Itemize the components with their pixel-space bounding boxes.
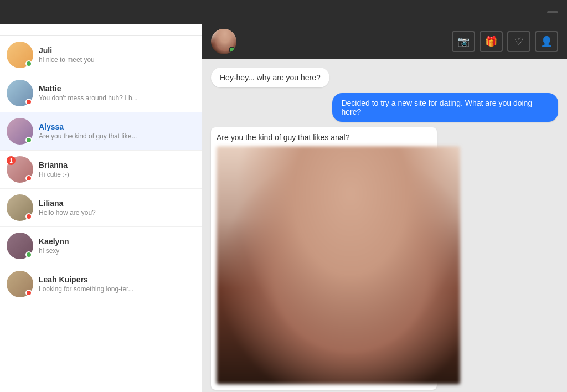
contact-item-juli[interactable]: Juli hi nice to meet you	[0, 36, 202, 74]
tabs-bar	[0, 24, 202, 36]
avatar-wrap-liliana	[7, 194, 33, 221]
contact-item-liliana[interactable]: Liliana Hello how are you?	[0, 189, 202, 227]
contact-preview-leah: Looking for something long-ter...	[39, 285, 195, 293]
avatar-wrap-juli	[7, 42, 33, 68]
contact-name-kaelynn: Kaelynn	[39, 237, 195, 246]
camera-button[interactable]: 📷	[452, 31, 475, 52]
contact-info-liliana: Liliana Hello how are you?	[39, 199, 195, 216]
contact-preview-kaelynn: hi sexy	[39, 247, 195, 255]
status-brianna	[25, 175, 32, 182]
message-image[interactable]	[217, 146, 460, 384]
contact-preview-juli: hi nice to meet you	[39, 56, 195, 64]
gift-button[interactable]: 🎁	[480, 31, 503, 52]
left-panel: Juli hi nice to meet you Mattie You don'…	[0, 24, 202, 392]
contact-item-leah[interactable]: Leah Kuipers Looking for something long-…	[0, 265, 202, 303]
badge-brianna: 1	[7, 156, 16, 165]
main-layout: Juli hi nice to meet you Mattie You don'…	[0, 24, 567, 392]
contact-name-liliana: Liliana	[39, 199, 195, 208]
contact-item-brianna[interactable]: 1 Brianna Hi cutie :-)	[0, 151, 202, 189]
bubble-m1: Hey-hey... why are you here?	[211, 68, 329, 87]
contact-name-leah: Leah Kuipers	[39, 275, 195, 284]
message-m2: Decided to try a new site for dating. Wh…	[332, 93, 558, 122]
image-message-text: Are you the kind of guy that likes anal?	[217, 133, 431, 142]
contact-item-kaelynn[interactable]: Kaelynn hi sexy	[0, 227, 202, 265]
chat-header: 📷 🎁 ♡ 👤	[202, 24, 567, 59]
avatar-wrap-leah	[7, 271, 33, 297]
contact-info-kaelynn: Kaelynn hi sexy	[39, 237, 195, 255]
app-header	[0, 0, 567, 24]
avatar-wrap-kaelynn	[7, 233, 33, 259]
contact-info-brianna: Brianna Hi cutie :-)	[39, 161, 195, 178]
contact-info-juli: Juli hi nice to meet you	[39, 46, 195, 64]
status-juli	[25, 60, 32, 67]
message-m3: Are you the kind of guy that likes anal?…	[211, 127, 437, 392]
bubble-m2: Decided to try a new site for dating. Wh…	[332, 93, 558, 122]
online-indicator	[229, 47, 235, 53]
contact-preview-liliana: Hello how are you?	[39, 209, 195, 216]
status-alyssa	[25, 137, 32, 143]
avatar-wrap-alyssa	[7, 118, 33, 145]
latest-filter[interactable]	[547, 11, 558, 13]
messages-area: Hey-hey... why are you here?Decided to t…	[202, 59, 567, 392]
contact-info-alyssa: Alyssa Are you the kind of guy that like…	[39, 122, 195, 140]
status-leah	[25, 290, 32, 296]
message-m1: Hey-hey... why are you here?	[211, 68, 329, 87]
image-message-wrap: Are you the kind of guy that likes anal?	[211, 127, 437, 390]
contact-preview-brianna: Hi cutie :-)	[39, 171, 195, 178]
contact-info-leah: Leah Kuipers Looking for something long-…	[39, 275, 195, 293]
right-panel: 📷 🎁 ♡ 👤 Hey-hey... why are you here?Deci…	[202, 24, 567, 392]
chat-actions: 📷 🎁 ♡ 👤	[452, 31, 558, 52]
heart-button[interactable]: ♡	[507, 31, 530, 52]
contact-info-mattie: Mattie You don't mess around huh? I h...	[39, 84, 195, 102]
contact-list: Juli hi nice to meet you Mattie You don'…	[0, 36, 202, 392]
status-kaelynn	[25, 251, 32, 258]
contact-name-mattie: Mattie	[39, 84, 195, 93]
contact-preview-mattie: You don't mess around huh? I h...	[39, 94, 195, 102]
contact-preview-alyssa: Are you the kind of guy that like...	[39, 132, 195, 140]
contact-name-alyssa: Alyssa	[39, 122, 195, 131]
contact-item-alyssa[interactable]: Alyssa Are you the kind of guy that like…	[0, 112, 202, 151]
avatar-wrap-mattie	[7, 80, 33, 106]
status-mattie	[25, 99, 32, 105]
contact-name-juli: Juli	[39, 46, 195, 55]
chat-avatar	[211, 29, 236, 54]
contact-name-brianna: Brianna	[39, 161, 195, 169]
avatar-wrap-brianna: 1	[7, 156, 33, 183]
contact-item-mattie[interactable]: Mattie You don't mess around huh? I h...	[0, 74, 202, 112]
profile-button[interactable]: 👤	[535, 31, 558, 52]
blurred-image	[217, 146, 460, 384]
status-liliana	[25, 213, 32, 220]
